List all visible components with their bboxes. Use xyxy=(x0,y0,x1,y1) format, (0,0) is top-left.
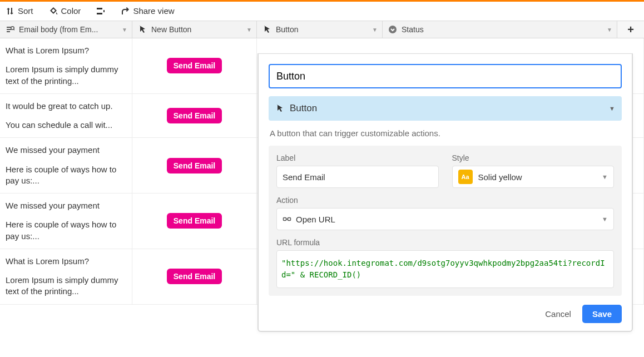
sort-button[interactable]: Sort xyxy=(6,6,33,16)
button-style-select[interactable]: Aa Solid yellow ▼ xyxy=(452,166,615,188)
cell-new-button[interactable]: Send Email xyxy=(132,249,257,304)
open-url-icon xyxy=(283,215,291,224)
cell-email-body[interactable]: We missed your payment Here is couple of… xyxy=(0,194,132,249)
label-label: Label xyxy=(276,153,439,162)
column-header-new-button[interactable]: New Button ▼ xyxy=(132,21,257,38)
body-line-2: Here is couple of ways how to pay us:... xyxy=(6,219,126,242)
chevron-down-icon: ▼ xyxy=(122,27,127,33)
chevron-down-icon: ▼ xyxy=(602,216,608,222)
body-line-1: We missed your payment xyxy=(6,200,126,211)
style-label: Style xyxy=(452,153,615,162)
send-email-button[interactable]: Send Email xyxy=(167,58,222,73)
action-label: Action xyxy=(276,196,614,205)
svg-point-3 xyxy=(11,27,14,30)
field-name-input[interactable] xyxy=(269,64,622,88)
body-line-2: You can schedule a call wit... xyxy=(6,120,126,131)
cell-email-body[interactable]: What is Lorem Ipsum? Lorem Ipsum is simp… xyxy=(0,249,132,304)
button-config-box: Label Send Email Style Aa Solid yellow ▼… xyxy=(269,146,622,296)
url-formula-label: URL formula xyxy=(276,238,614,247)
sort-label: Sort xyxy=(18,6,33,16)
color-button[interactable]: Color xyxy=(49,6,81,16)
cell-new-button[interactable]: Send Email xyxy=(132,194,257,249)
column-header-status[interactable]: Status ▼ xyxy=(383,21,617,38)
cell-email-body[interactable]: What is Lorem Ipsum? Lorem Ipsum is simp… xyxy=(0,38,132,93)
svg-rect-0 xyxy=(97,8,102,9)
body-line-1: What is Lorem Ipsum? xyxy=(6,45,126,56)
column-header-button[interactable]: Button ▼ xyxy=(257,21,383,38)
cell-new-button[interactable]: Send Email xyxy=(132,94,257,138)
cell-new-button[interactable]: Send Email xyxy=(132,38,257,93)
send-email-button[interactable]: Send Email xyxy=(167,213,222,229)
field-type-description: A button that can trigger customizable a… xyxy=(270,128,621,138)
column-header-label: Email body (from Em... xyxy=(19,25,98,34)
pointer-icon xyxy=(275,104,284,113)
field-config-popover: Button ▼ A button that can trigger custo… xyxy=(257,53,633,305)
column-header-row: Email body (from Em... ▼ New Button ▼ Bu… xyxy=(0,21,644,38)
svg-rect-6 xyxy=(288,218,291,221)
single-select-icon xyxy=(388,25,397,34)
style-value: Solid yellow xyxy=(478,172,522,182)
row-height-button[interactable] xyxy=(96,7,105,16)
body-line-2: Lorem Ipsum is simply dummy text of the … xyxy=(6,64,126,87)
button-label-input[interactable]: Send Email xyxy=(276,166,439,188)
url-formula-input[interactable]: "https://hook.integromat.com/d9sotg7oyyv… xyxy=(276,250,614,288)
share-icon xyxy=(121,7,130,16)
send-email-button[interactable]: Send Email xyxy=(167,158,222,173)
send-email-button[interactable]: Send Email xyxy=(167,269,222,284)
button-label-value: Send Email xyxy=(283,172,325,182)
button-action-select[interactable]: Open URL ▼ xyxy=(276,208,614,230)
column-header-label: Status xyxy=(402,25,424,34)
lookup-icon xyxy=(6,25,14,34)
share-view-button[interactable]: Share view xyxy=(121,6,174,16)
body-line-2: Lorem Ipsum is simply dummy text of the … xyxy=(6,275,126,298)
cell-email-body[interactable]: It would be great to catch up. You can s… xyxy=(0,94,132,138)
pointer-icon xyxy=(262,25,271,34)
color-label: Color xyxy=(61,6,81,16)
pointer-icon xyxy=(138,25,147,34)
column-header-email-body[interactable]: Email body (from Em... ▼ xyxy=(0,21,132,38)
chevron-down-icon: ▼ xyxy=(372,27,378,33)
body-line-2: Here is couple of ways how to pay us:... xyxy=(6,164,126,187)
action-value: Open URL xyxy=(296,215,335,224)
send-email-button[interactable]: Send Email xyxy=(167,108,222,123)
cell-new-button[interactable]: Send Email xyxy=(132,138,257,193)
chevron-down-icon: ▼ xyxy=(609,105,615,112)
sort-icon xyxy=(6,7,14,16)
column-header-label: Button xyxy=(276,25,298,34)
paint-bucket-icon xyxy=(49,7,58,16)
share-label: Share view xyxy=(133,6,174,16)
chevron-down-icon: ▼ xyxy=(607,27,612,33)
add-column-button[interactable]: + xyxy=(617,21,644,38)
cell-email-body[interactable]: We missed your payment Here is couple of… xyxy=(0,138,132,193)
column-header-label: New Button xyxy=(151,25,191,34)
style-swatch-icon: Aa xyxy=(458,170,473,184)
chevron-down-icon: ▼ xyxy=(246,27,252,33)
toolbar: Sort Color Share view xyxy=(0,2,644,21)
row-height-icon xyxy=(96,7,105,16)
svg-rect-5 xyxy=(284,218,286,221)
body-line-1: We missed your payment xyxy=(6,145,126,156)
svg-rect-1 xyxy=(97,13,102,14)
field-type-label: Button xyxy=(290,103,317,114)
body-line-1: It would be great to catch up. xyxy=(6,101,126,112)
body-line-1: What is Lorem Ipsum? xyxy=(6,256,126,267)
field-type-selector[interactable]: Button ▼ xyxy=(269,96,622,121)
chevron-down-icon: ▼ xyxy=(602,173,608,180)
svg-point-4 xyxy=(389,26,397,33)
svg-rect-2 xyxy=(103,10,105,12)
